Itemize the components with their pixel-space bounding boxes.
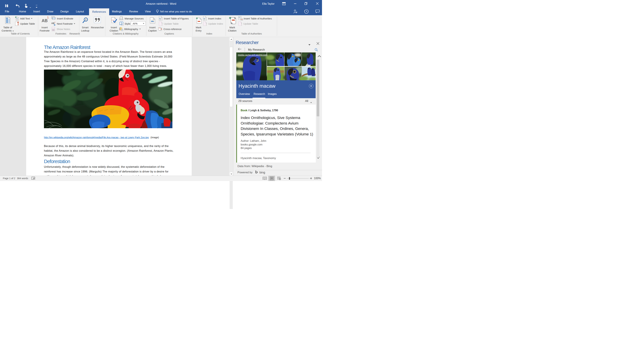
svg-text:(–): (–) — [112, 19, 114, 21]
svg-text:media-cache-ec0.pinimg.com: media-cache-ec0.pinimg.com — [238, 54, 267, 56]
svg-text:AB: AB — [51, 22, 54, 24]
svg-text:1: 1 — [54, 21, 56, 23]
